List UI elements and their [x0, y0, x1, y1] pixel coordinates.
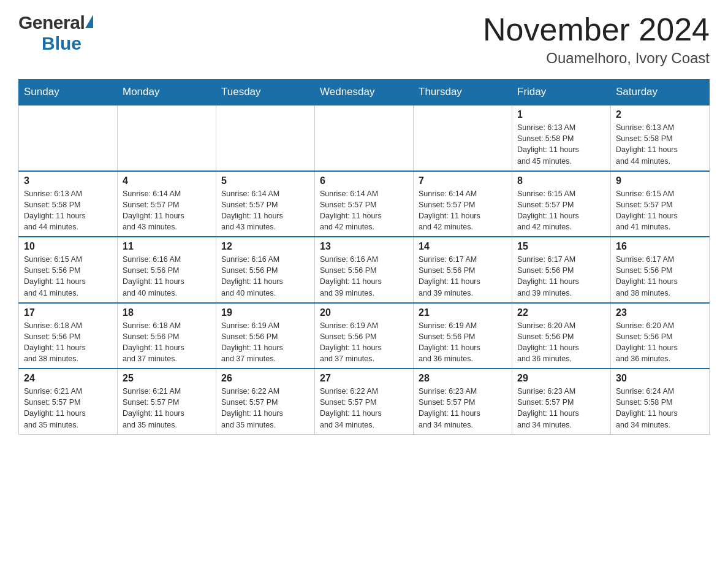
day-number: 27 [320, 373, 408, 384]
calendar-day-cell: 19Sunrise: 6:19 AM Sunset: 5:56 PM Dayli… [216, 303, 315, 369]
calendar-day-cell: 11Sunrise: 6:16 AM Sunset: 5:56 PM Dayli… [118, 237, 216, 303]
day-info: Sunrise: 6:19 AM Sunset: 5:56 PM Dayligh… [419, 320, 507, 365]
day-info: Sunrise: 6:17 AM Sunset: 5:56 PM Dayligh… [419, 254, 507, 299]
month-year-title: November 2024 [483, 12, 710, 47]
calendar-day-cell: 23Sunrise: 6:20 AM Sunset: 5:56 PM Dayli… [611, 303, 710, 369]
title-section: November 2024 Ouamelhoro, Ivory Coast [483, 12, 710, 67]
calendar-day-cell: 15Sunrise: 6:17 AM Sunset: 5:56 PM Dayli… [512, 237, 611, 303]
day-number: 19 [221, 307, 309, 318]
day-number: 14 [419, 241, 507, 252]
day-number: 8 [517, 175, 605, 186]
calendar-day-cell: 10Sunrise: 6:15 AM Sunset: 5:56 PM Dayli… [19, 237, 118, 303]
day-info: Sunrise: 6:13 AM Sunset: 5:58 PM Dayligh… [616, 122, 704, 167]
day-number: 16 [616, 241, 704, 252]
calendar-week-row: 24Sunrise: 6:21 AM Sunset: 5:57 PM Dayli… [19, 369, 710, 434]
calendar-day-cell: 1Sunrise: 6:13 AM Sunset: 5:58 PM Daylig… [512, 105, 611, 171]
day-number: 25 [123, 373, 211, 384]
day-info: Sunrise: 6:23 AM Sunset: 5:57 PM Dayligh… [419, 386, 507, 431]
day-info: Sunrise: 6:22 AM Sunset: 5:57 PM Dayligh… [221, 386, 309, 431]
day-number: 26 [221, 373, 309, 384]
day-info: Sunrise: 6:16 AM Sunset: 5:56 PM Dayligh… [123, 254, 211, 299]
calendar-day-cell: 27Sunrise: 6:22 AM Sunset: 5:57 PM Dayli… [315, 369, 414, 434]
calendar-week-row: 17Sunrise: 6:18 AM Sunset: 5:56 PM Dayli… [19, 303, 710, 369]
calendar-day-cell: 7Sunrise: 6:14 AM Sunset: 5:57 PM Daylig… [414, 171, 512, 237]
calendar-day-cell: 14Sunrise: 6:17 AM Sunset: 5:56 PM Dayli… [414, 237, 512, 303]
day-number: 3 [24, 175, 112, 186]
day-info: Sunrise: 6:18 AM Sunset: 5:56 PM Dayligh… [123, 320, 211, 365]
day-info: Sunrise: 6:16 AM Sunset: 5:56 PM Dayligh… [320, 254, 408, 299]
day-number: 11 [123, 241, 211, 252]
day-info: Sunrise: 6:16 AM Sunset: 5:56 PM Dayligh… [221, 254, 309, 299]
calendar-day-cell: 22Sunrise: 6:20 AM Sunset: 5:56 PM Dayli… [512, 303, 611, 369]
calendar-day-cell: 4Sunrise: 6:14 AM Sunset: 5:57 PM Daylig… [118, 171, 216, 237]
calendar-day-header: Wednesday [315, 80, 414, 105]
calendar-day-cell [118, 105, 216, 171]
day-number: 21 [419, 307, 507, 318]
day-info: Sunrise: 6:14 AM Sunset: 5:57 PM Dayligh… [419, 188, 507, 233]
calendar-day-cell [315, 105, 414, 171]
day-number: 24 [24, 373, 112, 384]
calendar-day-header: Saturday [611, 80, 710, 105]
day-number: 6 [320, 175, 408, 186]
day-info: Sunrise: 6:24 AM Sunset: 5:58 PM Dayligh… [616, 386, 704, 431]
day-info: Sunrise: 6:14 AM Sunset: 5:57 PM Dayligh… [320, 188, 408, 233]
day-info: Sunrise: 6:19 AM Sunset: 5:56 PM Dayligh… [320, 320, 408, 365]
calendar-day-cell: 18Sunrise: 6:18 AM Sunset: 5:56 PM Dayli… [118, 303, 216, 369]
day-info: Sunrise: 6:13 AM Sunset: 5:58 PM Dayligh… [24, 188, 112, 233]
calendar-day-cell: 26Sunrise: 6:22 AM Sunset: 5:57 PM Dayli… [216, 369, 315, 434]
day-info: Sunrise: 6:15 AM Sunset: 5:57 PM Dayligh… [616, 188, 704, 233]
day-info: Sunrise: 6:23 AM Sunset: 5:57 PM Dayligh… [517, 386, 605, 431]
day-number: 23 [616, 307, 704, 318]
day-number: 30 [616, 373, 704, 384]
day-number: 28 [419, 373, 507, 384]
day-info: Sunrise: 6:13 AM Sunset: 5:58 PM Dayligh… [517, 122, 605, 167]
day-number: 1 [517, 109, 605, 120]
calendar-table: SundayMondayTuesdayWednesdayThursdayFrid… [18, 79, 710, 435]
calendar-week-row: 3Sunrise: 6:13 AM Sunset: 5:58 PM Daylig… [19, 171, 710, 237]
day-info: Sunrise: 6:15 AM Sunset: 5:57 PM Dayligh… [517, 188, 605, 233]
calendar-day-header: Monday [118, 80, 216, 105]
calendar-day-cell: 17Sunrise: 6:18 AM Sunset: 5:56 PM Dayli… [19, 303, 118, 369]
calendar-day-cell: 2Sunrise: 6:13 AM Sunset: 5:58 PM Daylig… [611, 105, 710, 171]
page-header: General Blue November 2024 Ouamelhoro, I… [18, 12, 710, 67]
calendar-day-header: Sunday [19, 80, 118, 105]
day-info: Sunrise: 6:20 AM Sunset: 5:56 PM Dayligh… [517, 320, 605, 365]
day-info: Sunrise: 6:15 AM Sunset: 5:56 PM Dayligh… [24, 254, 112, 299]
day-number: 29 [517, 373, 605, 384]
logo-arrow-icon [85, 15, 93, 28]
calendar-day-cell: 8Sunrise: 6:15 AM Sunset: 5:57 PM Daylig… [512, 171, 611, 237]
calendar-day-cell: 29Sunrise: 6:23 AM Sunset: 5:57 PM Dayli… [512, 369, 611, 434]
calendar-day-cell: 28Sunrise: 6:23 AM Sunset: 5:57 PM Dayli… [414, 369, 512, 434]
day-number: 5 [221, 175, 309, 186]
location-subtitle: Ouamelhoro, Ivory Coast [483, 50, 710, 67]
day-info: Sunrise: 6:18 AM Sunset: 5:56 PM Dayligh… [24, 320, 112, 365]
calendar-day-cell: 20Sunrise: 6:19 AM Sunset: 5:56 PM Dayli… [315, 303, 414, 369]
calendar-day-cell: 5Sunrise: 6:14 AM Sunset: 5:57 PM Daylig… [216, 171, 315, 237]
day-info: Sunrise: 6:22 AM Sunset: 5:57 PM Dayligh… [320, 386, 408, 431]
calendar-week-row: 10Sunrise: 6:15 AM Sunset: 5:56 PM Dayli… [19, 237, 710, 303]
day-number: 15 [517, 241, 605, 252]
calendar-day-cell: 6Sunrise: 6:14 AM Sunset: 5:57 PM Daylig… [315, 171, 414, 237]
day-info: Sunrise: 6:20 AM Sunset: 5:56 PM Dayligh… [616, 320, 704, 365]
day-info: Sunrise: 6:19 AM Sunset: 5:56 PM Dayligh… [221, 320, 309, 365]
day-number: 20 [320, 307, 408, 318]
calendar-day-cell: 25Sunrise: 6:21 AM Sunset: 5:57 PM Dayli… [118, 369, 216, 434]
day-number: 4 [123, 175, 211, 186]
calendar-header-row: SundayMondayTuesdayWednesdayThursdayFrid… [19, 80, 710, 105]
calendar-day-cell: 3Sunrise: 6:13 AM Sunset: 5:58 PM Daylig… [19, 171, 118, 237]
day-number: 17 [24, 307, 112, 318]
calendar-day-cell: 13Sunrise: 6:16 AM Sunset: 5:56 PM Dayli… [315, 237, 414, 303]
day-info: Sunrise: 6:21 AM Sunset: 5:57 PM Dayligh… [123, 386, 211, 431]
calendar-day-header: Friday [512, 80, 611, 105]
calendar-day-cell [414, 105, 512, 171]
calendar-day-header: Thursday [414, 80, 512, 105]
day-number: 9 [616, 175, 704, 186]
day-info: Sunrise: 6:14 AM Sunset: 5:57 PM Dayligh… [221, 188, 309, 233]
calendar-day-cell [19, 105, 118, 171]
calendar-day-cell: 30Sunrise: 6:24 AM Sunset: 5:58 PM Dayli… [611, 369, 710, 434]
day-info: Sunrise: 6:17 AM Sunset: 5:56 PM Dayligh… [517, 254, 605, 299]
day-number: 10 [24, 241, 112, 252]
logo: General Blue [18, 12, 93, 54]
day-number: 18 [123, 307, 211, 318]
calendar-day-cell: 12Sunrise: 6:16 AM Sunset: 5:56 PM Dayli… [216, 237, 315, 303]
